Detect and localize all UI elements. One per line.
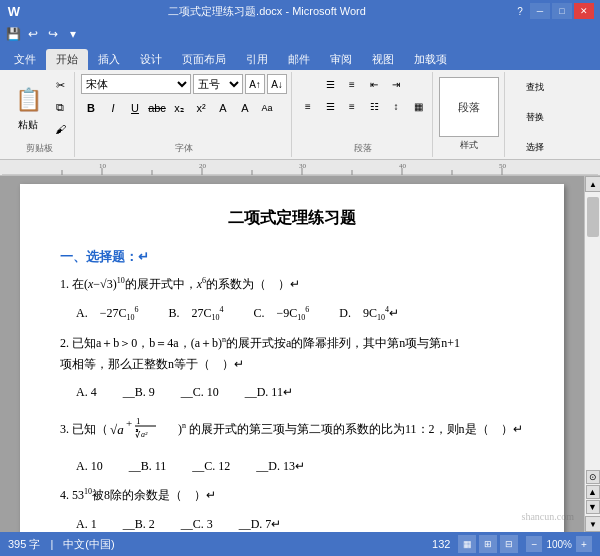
- tab-addons[interactable]: 加载项: [404, 49, 457, 70]
- minimize-button[interactable]: ─: [530, 3, 550, 19]
- font-aa-button[interactable]: Aa: [257, 98, 277, 118]
- close-button[interactable]: ✕: [574, 3, 594, 19]
- select-button[interactable]: 选择: [511, 134, 559, 160]
- tab-page-layout[interactable]: 页面布局: [172, 49, 236, 70]
- increase-indent-button[interactable]: ⇥: [386, 74, 406, 94]
- italic-button[interactable]: I: [103, 98, 123, 118]
- find-button[interactable]: 查找: [511, 74, 559, 100]
- font-size-increase-button[interactable]: A↑: [245, 74, 265, 94]
- bold-button[interactable]: B: [81, 98, 101, 118]
- clipboard-group-content: 📋 粘贴 ✂ ⧉ 🖌: [8, 74, 70, 140]
- maximize-button[interactable]: □: [552, 3, 572, 19]
- line-spacing-button[interactable]: ↕: [386, 96, 406, 116]
- watermark: shancun.com: [522, 511, 575, 522]
- scrollbar-thumb[interactable]: [587, 197, 599, 237]
- tab-references[interactable]: 引用: [236, 49, 278, 70]
- quick-toolbar-dropdown[interactable]: ▾: [64, 25, 82, 43]
- font-group-label: 字体: [81, 140, 287, 155]
- save-quick-button[interactable]: 💾: [4, 25, 22, 43]
- full-screen-view-button[interactable]: ⊞: [479, 535, 497, 553]
- question-3: 3. 已知（ √a + 1 ∛ a² )n 的展开式的第三项与第二项的系数的比为…: [60, 412, 524, 448]
- next-browse-button[interactable]: ▼: [586, 500, 600, 514]
- font-name-row: 宋体 五号 A↑ A↓: [81, 74, 287, 94]
- paste-button[interactable]: 📋 粘贴: [8, 80, 48, 134]
- format-painter-button[interactable]: 🖌: [50, 119, 70, 139]
- status-separator: |: [50, 538, 53, 550]
- option-2b: __B. 9: [123, 382, 155, 404]
- clipboard-group: 📋 粘贴 ✂ ⧉ 🖌 剪贴板: [4, 72, 75, 157]
- shading-button[interactable]: ▦: [408, 96, 428, 116]
- paragraph-row1: ☰ ≡ ⇤ ⇥: [320, 74, 406, 94]
- tab-mail[interactable]: 邮件: [278, 49, 320, 70]
- word-icon: W: [6, 3, 22, 19]
- option-3d: __D. 13↵: [256, 456, 305, 478]
- question-4: 4. 5310被8除的余数是（ ）↵: [60, 485, 524, 505]
- cut-button[interactable]: ✂: [50, 75, 70, 95]
- select-browse-object-button[interactable]: ⊙: [586, 470, 600, 484]
- paragraph-group: ☰ ≡ ⇤ ⇥ ≡ ☰ ≡ ☷ ↕ ▦ 段落: [294, 72, 433, 157]
- strikethrough-button[interactable]: abc: [147, 98, 167, 118]
- svg-text:30: 30: [299, 162, 307, 170]
- print-layout-view-button[interactable]: ▦: [458, 535, 476, 553]
- font-group: 宋体 五号 A↑ A↓ B I U abc x₂ x² A A Aa 字体: [77, 72, 292, 157]
- tab-design[interactable]: 设计: [130, 49, 172, 70]
- tab-view[interactable]: 视图: [362, 49, 404, 70]
- bullets-button[interactable]: ☰: [320, 74, 340, 94]
- paragraph-group-content: ☰ ≡ ⇤ ⇥ ≡ ☰ ≡ ☷ ↕ ▦: [298, 74, 428, 140]
- tab-insert[interactable]: 插入: [88, 49, 130, 70]
- subscript-button[interactable]: x₂: [169, 98, 189, 118]
- option-3b: __B. 11: [129, 456, 167, 478]
- paragraph-row2: ≡ ☰ ≡ ☷ ↕ ▦: [298, 96, 428, 116]
- option-1d: D. 9C104↵: [339, 303, 399, 326]
- option-4a: A. 1: [76, 514, 97, 532]
- math-formula: √a + 1 ∛ a²: [108, 412, 178, 448]
- paragraph-label: 段落: [298, 140, 428, 155]
- redo-quick-button[interactable]: ↪: [44, 25, 62, 43]
- vertical-scrollbar: ▲ ⊙ ▲ ▼ ▼: [584, 176, 600, 532]
- web-layout-view-button[interactable]: ⊟: [500, 535, 518, 553]
- editing-group-content: 查找 替换 选择: [511, 74, 559, 160]
- styles-group-label: 样式: [460, 139, 478, 152]
- svg-text:20: 20: [199, 162, 207, 170]
- underline-button[interactable]: U: [125, 98, 145, 118]
- help-icon[interactable]: ?: [512, 3, 528, 19]
- align-right-button[interactable]: ≡: [342, 96, 362, 116]
- option-2a: A. 4: [76, 382, 97, 404]
- font-size-decrease-button[interactable]: A↓: [267, 74, 287, 94]
- scrollbar-track: [585, 192, 600, 468]
- prev-browse-button[interactable]: ▲: [586, 485, 600, 499]
- highlight-button[interactable]: A: [235, 98, 255, 118]
- scroll-up-button[interactable]: ▲: [585, 176, 600, 192]
- decrease-indent-button[interactable]: ⇤: [364, 74, 384, 94]
- option-3c: __C. 12: [192, 456, 230, 478]
- font-group-content: 宋体 五号 A↑ A↓ B I U abc x₂ x² A A Aa: [81, 74, 287, 140]
- numbering-button[interactable]: ≡: [342, 74, 362, 94]
- undo-quick-button[interactable]: ↩: [24, 25, 42, 43]
- font-color-button[interactable]: A: [213, 98, 233, 118]
- scroll-down-button[interactable]: ▼: [585, 516, 600, 532]
- copy-button[interactable]: ⧉: [50, 97, 70, 117]
- align-center-button[interactable]: ☰: [320, 96, 340, 116]
- content-wrapper: 二项式定理练习题 一、选择题：↵ 1. 在(x−√3)10的展开式中，x6的系数…: [0, 176, 600, 532]
- word-count: 395 字: [8, 537, 40, 552]
- align-left-button[interactable]: ≡: [298, 96, 318, 116]
- zoom-out-button[interactable]: −: [526, 536, 542, 552]
- font-family-select[interactable]: 宋体: [81, 74, 191, 94]
- styles-preview[interactable]: 段落: [439, 77, 499, 137]
- svg-text:10: 10: [99, 162, 107, 170]
- font-size-select[interactable]: 五号: [193, 74, 243, 94]
- tab-home[interactable]: 开始: [46, 49, 88, 70]
- styles-group: 段落 样式: [435, 72, 505, 157]
- superscript-button[interactable]: x²: [191, 98, 211, 118]
- option-1b: B. 27C104: [168, 303, 223, 326]
- justify-button[interactable]: ☷: [364, 96, 384, 116]
- question-1: 1. 在(x−√3)10的展开式中，x6的系数为（ ）↵: [60, 274, 524, 294]
- styles-group-content: 段落 样式: [439, 74, 500, 155]
- replace-button[interactable]: 替换: [511, 104, 559, 130]
- question-2-options: A. 4 __B. 9 __C. 10 __D. 11↵: [76, 382, 524, 404]
- tab-file[interactable]: 文件: [4, 49, 46, 70]
- question-1-options: A. −27C106 B. 27C104 C. −9C106 D. 9C104↵: [76, 303, 524, 326]
- zoom-in-button[interactable]: +: [576, 536, 592, 552]
- styles-content: 段落 样式: [439, 77, 499, 152]
- tab-review[interactable]: 审阅: [320, 49, 362, 70]
